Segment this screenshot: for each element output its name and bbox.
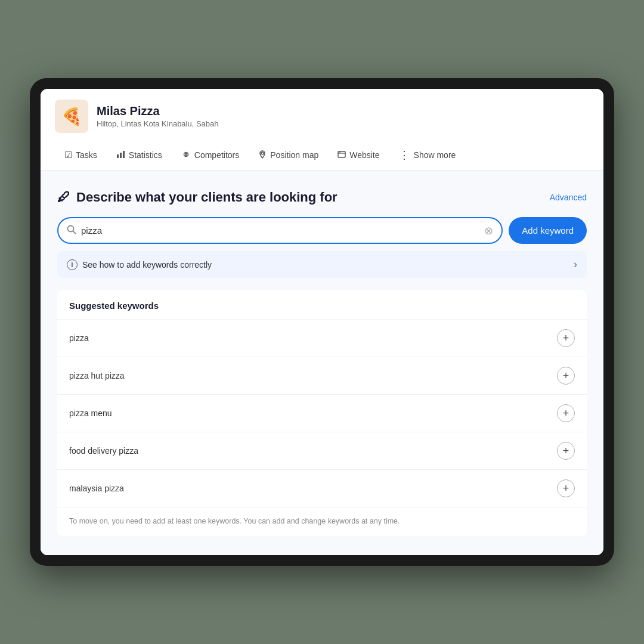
keyword-item-pizza[interactable]: pizza + (57, 319, 587, 357)
add-keyword-pizza-button[interactable]: + (557, 329, 575, 347)
tab-website-label: Website (349, 150, 379, 160)
main-content: 🖊 Describe what your clients are looking… (41, 171, 603, 555)
keyword-item-pizza-hut-pizza[interactable]: pizza hut pizza + (57, 357, 587, 394)
info-banner-text: See how to add keywords correctly (82, 260, 212, 270)
business-info: Milas Pizza Hiltop, Lintas Kota Kinabalu… (97, 104, 219, 128)
search-icon (67, 225, 76, 237)
tab-show-more-label: Show more (414, 150, 456, 160)
keyword-text: pizza menu (69, 408, 112, 418)
tasks-icon: ☑ (64, 150, 72, 160)
svg-rect-6 (338, 151, 345, 157)
keyword-item-malaysia-pizza[interactable]: malaysia pizza + (57, 469, 587, 507)
add-keyword-food-delivery-pizza-button[interactable]: + (557, 442, 575, 460)
keyword-text: malaysia pizza (69, 484, 124, 493)
info-banner-left: i See how to add keywords correctly (67, 259, 212, 270)
tab-position-map-label: Position map (270, 150, 318, 160)
svg-rect-0 (117, 154, 119, 158)
tab-competitors-label: Competitors (194, 150, 239, 160)
keyword-search-input[interactable] (81, 218, 479, 243)
keyword-item-food-delivery-pizza[interactable]: food delivery pizza + (57, 432, 587, 469)
tab-statistics[interactable]: Statistics (107, 143, 172, 169)
tab-competitors[interactable]: Competitors (172, 143, 249, 169)
info-banner[interactable]: i See how to add keywords correctly › (57, 251, 587, 278)
section-title-text: Describe what your clients are looking f… (76, 190, 338, 205)
svg-rect-2 (123, 151, 125, 158)
pencil-icon: 🖊 (57, 190, 70, 205)
keyword-text: food delivery pizza (69, 446, 138, 456)
business-header: 🍕 Milas Pizza Hiltop, Lintas Kota Kinaba… (41, 89, 603, 141)
device-screen: 🍕 Milas Pizza Hiltop, Lintas Kota Kinaba… (41, 89, 603, 555)
svg-point-4 (185, 153, 187, 155)
add-keyword-pizza-hut-pizza-button[interactable]: + (557, 367, 575, 385)
keywords-section: Suggested keywords pizza + pizza hut piz… (57, 290, 587, 536)
tab-position-map[interactable]: Position map (249, 143, 328, 169)
suggested-keywords-title: Suggested keywords (57, 290, 587, 319)
competitors-icon (181, 150, 191, 160)
position-map-icon (258, 150, 267, 160)
tab-show-more[interactable]: ⋮ Show more (389, 141, 466, 170)
business-address: Hiltop, Lintas Kota Kinabalu, Sabah (97, 119, 219, 128)
add-keyword-button[interactable]: Add keyword (509, 217, 587, 244)
svg-line-10 (73, 231, 76, 233)
statistics-icon (116, 150, 125, 160)
business-logo: 🍕 (55, 100, 88, 133)
tab-tasks-label: Tasks (76, 150, 97, 160)
add-keyword-pizza-menu-button[interactable]: + (557, 404, 575, 422)
search-input-container: ⊗ (57, 217, 503, 244)
svg-point-5 (261, 152, 264, 154)
keyword-text: pizza hut pizza (69, 371, 125, 380)
tab-website[interactable]: Website (328, 143, 389, 169)
section-header: 🖊 Describe what your clients are looking… (57, 190, 587, 205)
tab-tasks[interactable]: ☑ Tasks (55, 143, 107, 169)
business-name: Milas Pizza (97, 104, 219, 118)
advanced-link[interactable]: Advanced (550, 193, 587, 202)
add-keyword-malaysia-pizza-button[interactable]: + (557, 479, 575, 497)
svg-rect-1 (120, 153, 122, 158)
svg-point-3 (184, 152, 188, 156)
info-icon: i (67, 259, 78, 270)
keyword-text: pizza (69, 333, 89, 343)
tab-statistics-label: Statistics (129, 150, 162, 160)
keyword-item-pizza-menu[interactable]: pizza menu + (57, 394, 587, 432)
logo-emoji: 🍕 (61, 107, 82, 126)
section-title-container: 🖊 Describe what your clients are looking… (57, 190, 338, 205)
nav-tabs: ☑ Tasks Statistics (41, 141, 603, 171)
search-bar-wrapper: ⊗ Add keyword (57, 217, 587, 244)
dots-icon: ⋮ (399, 148, 410, 162)
clear-input-icon[interactable]: ⊗ (484, 224, 493, 237)
chevron-right-icon: › (574, 258, 577, 271)
website-icon (338, 150, 346, 160)
device-frame: 🍕 Milas Pizza Hiltop, Lintas Kota Kinaba… (30, 78, 614, 566)
footer-note: To move on, you need to add at least one… (57, 507, 587, 536)
